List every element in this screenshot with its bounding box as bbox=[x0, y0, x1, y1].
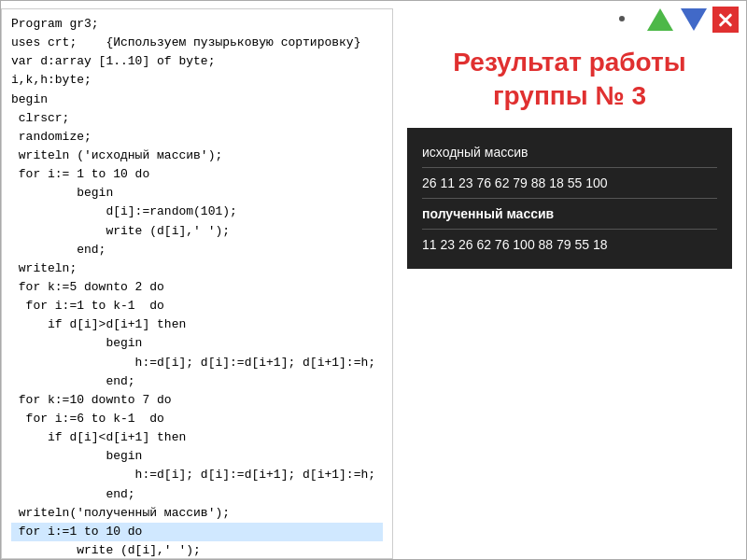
code-line-5: begin bbox=[11, 91, 383, 109]
arrow-up-button[interactable] bbox=[645, 5, 675, 35]
result-title-line1: Результат работы bbox=[453, 48, 685, 77]
code-line-28: for i:=1 to 10 do bbox=[11, 523, 383, 541]
result-label2: полученный массив bbox=[422, 201, 717, 227]
code-line-19: h:=d[i]; d[i]:=d[i+1]; d[i+1]:=h; bbox=[11, 354, 383, 372]
code-line-13: end; bbox=[11, 241, 383, 259]
arrow-down-button[interactable] bbox=[679, 5, 709, 35]
main-content: Program gr3; uses crt; {Используем пузыр… bbox=[1, 1, 746, 559]
code-line-26: end; bbox=[11, 485, 383, 504]
code-line-2: uses crt; {Используем пузырьковую сортир… bbox=[11, 34, 383, 52]
code-line-11: d[i]:=random(101); bbox=[11, 203, 383, 221]
code-line-14: writeln; bbox=[11, 259, 383, 278]
code-line-25: h:=d[i]; d[i]:=d[i+1]; d[i+1]:=h; bbox=[11, 466, 383, 484]
result-data1: 26 11 23 76 62 79 88 18 55 100 bbox=[422, 170, 717, 196]
code-line-21: for k:=10 downto 7 do bbox=[11, 391, 383, 410]
code-line-23: if d[i]<d[i+1] then bbox=[11, 428, 383, 447]
result-data2: 11 23 26 62 76 100 88 79 55 18 bbox=[422, 231, 717, 258]
separator1 bbox=[422, 167, 717, 168]
result-title-line2: группы № 3 bbox=[493, 81, 646, 110]
code-line-16: for i:=1 to k-1 do bbox=[11, 297, 383, 315]
code-line-6: clrscr; bbox=[11, 109, 383, 128]
code-line-9: for i:= 1 to 10 do bbox=[11, 165, 383, 184]
code-line-7: randomize; bbox=[11, 128, 383, 147]
result-title: Результат работы группы № 3 bbox=[453, 46, 685, 114]
code-line-17: if d[i]>d[i+1] then bbox=[11, 315, 383, 334]
code-line-3: var d:array [1..10] of byte; bbox=[11, 52, 383, 71]
code-line-1: Program gr3; bbox=[11, 15, 383, 34]
code-line-20: end; bbox=[11, 372, 383, 391]
close-button[interactable] bbox=[712, 7, 739, 33]
code-line-15: for k:=5 downto 2 do bbox=[11, 278, 383, 297]
separator3 bbox=[422, 229, 717, 230]
result-box: исходный массив 26 11 23 76 62 79 88 18 … bbox=[407, 128, 732, 269]
code-line-12: write (d[i],' '); bbox=[11, 222, 383, 241]
code-line-24: begin bbox=[11, 447, 383, 466]
code-panel: Program gr3; uses crt; {Используем пузыр… bbox=[1, 8, 393, 559]
result-label1: исходный массив bbox=[422, 139, 717, 165]
arrow-down-icon bbox=[681, 8, 707, 31]
main-window: Program gr3; uses crt; {Используем пузыр… bbox=[0, 0, 747, 560]
code-line-8: writeln ('исходный массив'); bbox=[11, 147, 383, 165]
separator2 bbox=[422, 198, 717, 199]
code-line-10: begin bbox=[11, 184, 383, 203]
top-bar bbox=[638, 1, 746, 38]
arrow-up-icon bbox=[647, 8, 673, 31]
code-line-29: write (d[i],' '); bbox=[11, 541, 383, 559]
code-line-27: writeln('полученный массив'); bbox=[11, 504, 383, 523]
right-panel: Результат работы группы № 3 исходный мас… bbox=[393, 8, 746, 559]
dot-indicator bbox=[619, 16, 625, 21]
code-line-18: begin bbox=[11, 334, 383, 353]
code-line-4: i,k,h:byte; bbox=[11, 71, 383, 90]
code-line-22: for i:=6 to k-1 do bbox=[11, 410, 383, 428]
